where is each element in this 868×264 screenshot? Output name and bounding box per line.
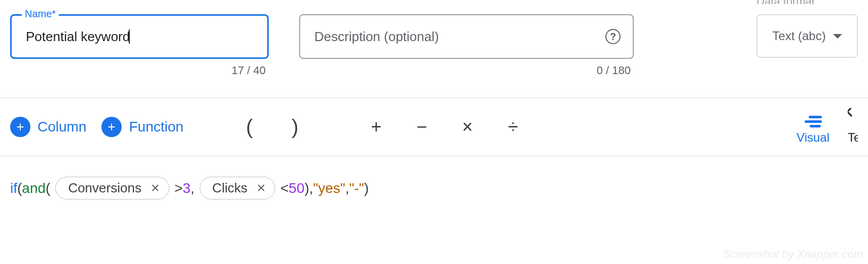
visual-mode-icon [805, 116, 822, 127]
chevron-down-icon [833, 34, 842, 39]
multiply-op-button[interactable]: × [452, 116, 483, 138]
chip-label: Conversions [68, 180, 141, 196]
plus-op-button[interactable]: + [361, 116, 391, 138]
str-yes: "yes" [313, 180, 345, 196]
name-label: Name* [22, 8, 59, 20]
tab-text[interactable]: Text [848, 108, 858, 146]
num-3: 3 [183, 180, 191, 196]
column-chip-conversions[interactable]: Conversions ✕ [55, 177, 169, 200]
divide-op-button[interactable]: ÷ [498, 116, 528, 138]
close-icon[interactable]: ✕ [150, 183, 161, 194]
name-field-wrap: Name* Potential keyword 17 / 40 [10, 0, 269, 77]
chevron-left-icon [848, 108, 856, 117]
tab-visual[interactable]: Visual [797, 116, 829, 146]
column-chip-clicks[interactable]: Clicks ✕ [200, 177, 275, 200]
add-column-button[interactable]: Column [10, 117, 86, 137]
description-input[interactable]: Description (optional) ? [299, 14, 634, 59]
mode-tabs: Visual Text [797, 108, 858, 146]
cmp-lt: < [280, 180, 288, 196]
close-icon[interactable]: ✕ [256, 183, 267, 194]
text-caret [129, 29, 130, 44]
data-format-wrap: Data format Text (abc) [756, 0, 858, 58]
description-field-wrap: Description (optional) ? 0 / 180 [299, 0, 634, 77]
name-value: Potential keyword [26, 29, 130, 45]
lparen: ( [17, 180, 22, 196]
text-label: Text [848, 130, 858, 145]
add-function-button[interactable]: Function [101, 117, 183, 137]
description-placeholder: Description (optional) [314, 29, 439, 45]
data-format-select[interactable]: Text (abc) [756, 14, 858, 58]
help-icon[interactable]: ? [605, 29, 621, 44]
visual-label: Visual [797, 130, 829, 145]
num-50: 50 [288, 180, 304, 196]
top-row: Name* Potential keyword 17 / 40 Descript… [0, 0, 868, 77]
cmp-gt: > [174, 180, 183, 196]
lparen: ( [46, 180, 50, 196]
plus-icon [10, 117, 30, 137]
fn-and: and [22, 180, 46, 196]
formula-editor[interactable]: if ( and ( Conversions ✕ > 3 , Clicks ✕ … [0, 156, 868, 220]
lparen-button[interactable]: ( [234, 116, 265, 139]
rparen: ) [364, 180, 369, 196]
comma: , [191, 180, 195, 196]
chip-label: Clicks [212, 180, 247, 196]
plus-icon [101, 117, 122, 137]
rparen-button[interactable]: ) [280, 116, 310, 139]
description-counter: 0 / 180 [299, 59, 634, 77]
data-format-value: Text (abc) [772, 29, 825, 43]
fn-if: if [10, 180, 17, 196]
str-dash: "-" [349, 180, 364, 196]
function-label: Function [129, 119, 183, 135]
name-counter: 17 / 40 [10, 59, 269, 77]
comma: , [309, 180, 313, 196]
name-input[interactable]: Name* Potential keyword [10, 14, 269, 59]
formula-toolbar: Column Function ( ) + − × ÷ Visual Text [0, 97, 868, 156]
rparen: ) [304, 180, 309, 196]
minus-op-button[interactable]: − [407, 116, 437, 138]
data-format-label: Data format [756, 0, 815, 4]
comma: , [345, 180, 349, 196]
column-label: Column [38, 119, 86, 135]
